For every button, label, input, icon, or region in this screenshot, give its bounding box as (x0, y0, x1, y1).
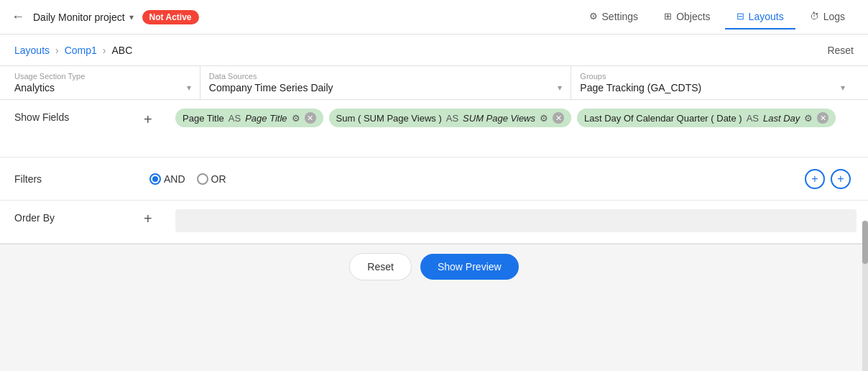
order-by-content (170, 201, 868, 241)
scrollbar[interactable] (862, 221, 868, 371)
field-tag-close-3[interactable]: ✕ (817, 112, 828, 124)
show-fields-add-button[interactable]: + (144, 100, 170, 128)
filters-content: AND OR + + (144, 160, 868, 198)
field-tag-last-day: Last Day Of Calendar Quarter ( Date ) AS… (577, 109, 836, 127)
data-sources-label: Data Sources (209, 72, 563, 81)
filter-add-button-2[interactable]: + (831, 169, 851, 189)
groups-dropdown[interactable]: Groups Page Tracking (GA_CDTS) ▾ (571, 66, 854, 99)
top-nav: ← Daily Monitor project ▾ Not Active ⚙ S… (0, 0, 868, 35)
usage-section-value: Analytics (14, 82, 55, 93)
tab-objects[interactable]: ⊞ Objects (652, 5, 721, 29)
field-tag-alias-1: Page Title (245, 113, 287, 124)
field-tag-sum-page-views: Sum ( SUM Page Views ) AS SUM Page Views… (329, 109, 571, 127)
or-radio-group[interactable]: OR (197, 173, 226, 185)
project-selector[interactable]: Daily Monitor project ▾ (33, 12, 134, 23)
order-by-line (175, 209, 857, 232)
usage-section-type-dropdown[interactable]: Usage Section Type Analytics ▾ (14, 66, 200, 99)
show-fields-label: Show Fields (0, 100, 144, 134)
field-tag-gear-1[interactable]: ⚙ (292, 113, 300, 124)
tab-layouts[interactable]: ⊟ Layouts (725, 5, 795, 29)
field-tag-name-1: Page Title (183, 113, 224, 124)
data-sources-arrow: ▾ (558, 83, 562, 93)
groups-value: Page Tracking (GA_CDTS) (580, 82, 701, 93)
field-tag-name-2: Sum ( SUM Page Views ) (336, 113, 442, 124)
usage-section-arrow: ▾ (187, 83, 191, 93)
project-name: Daily Monitor project (33, 12, 125, 23)
show-preview-button[interactable]: Show Preview (420, 254, 519, 280)
show-fields-section: Show Fields + Page Title AS Page Title ⚙… (0, 100, 868, 157)
and-radio-group[interactable]: AND (149, 173, 185, 185)
field-tag-alias-2: SUM Page Views (463, 113, 535, 124)
breadcrumb-abc: ABC (112, 45, 133, 56)
or-radio-label: OR (211, 173, 226, 185)
settings-icon: ⚙ (589, 11, 598, 22)
field-tag-name-3: Last Day Of Calendar Quarter ( Date ) (584, 113, 742, 124)
tab-settings[interactable]: ⚙ Settings (578, 5, 650, 29)
filter-add-button-1[interactable]: + (805, 169, 825, 189)
project-chevron: ▾ (129, 12, 134, 22)
reset-button-top[interactable]: Reset (827, 45, 854, 56)
breadcrumb-comp1[interactable]: Comp1 (65, 45, 97, 56)
order-by-add-button[interactable]: + (144, 201, 170, 227)
order-by-section: Order By + (0, 201, 868, 244)
field-tag-gear-3[interactable]: ⚙ (804, 113, 813, 124)
logs-icon: ⏱ (810, 11, 819, 22)
field-tag-as-2: AS (446, 113, 458, 124)
and-radio-label: AND (164, 173, 185, 185)
status-badge[interactable]: Not Active (142, 10, 199, 24)
breadcrumb-layouts[interactable]: Layouts (14, 45, 50, 56)
data-sources-value: Company Time Series Daily (209, 82, 333, 93)
data-sources-dropdown[interactable]: Data Sources Company Time Series Daily ▾ (200, 66, 572, 99)
breadcrumb-sep-2: › (103, 45, 106, 56)
usage-section-label: Usage Section Type (14, 72, 191, 81)
order-by-label: Order By (0, 201, 144, 235)
field-tag-page-title: Page Title AS Page Title ⚙ ✕ (175, 109, 323, 127)
field-tag-alias-3: Last Day (763, 113, 800, 124)
breadcrumb-sep-1: › (55, 45, 59, 56)
or-radio-button[interactable] (197, 173, 208, 185)
groups-arrow: ▾ (841, 83, 845, 93)
filters-label: Filters (0, 162, 144, 196)
groups-label: Groups (580, 72, 845, 81)
filters-section: Filters AND OR + + (0, 157, 868, 201)
reset-button-bottom[interactable]: Reset (349, 253, 412, 280)
show-fields-content: Page Title AS Page Title ⚙ ✕ Sum ( SUM P… (170, 100, 868, 136)
objects-icon: ⊞ (664, 11, 672, 22)
field-tag-gear-2[interactable]: ⚙ (540, 113, 548, 124)
layouts-icon: ⊟ (737, 11, 744, 22)
content-wrapper: Show Fields + Page Title AS Page Title ⚙… (0, 100, 868, 244)
field-tag-as-1: AS (228, 113, 241, 124)
field-tag-close-1[interactable]: ✕ (305, 112, 316, 124)
tab-logs[interactable]: ⏱ Logs (798, 5, 857, 29)
field-tag-close-2[interactable]: ✕ (553, 112, 564, 124)
breadcrumb-bar: Layouts › Comp1 › ABC Reset (0, 35, 868, 66)
bottom-bar: Reset Show Preview (0, 244, 868, 289)
filter-add-buttons: + + (805, 169, 862, 189)
section-type-row: Usage Section Type Analytics ▾ Data Sour… (0, 66, 868, 100)
nav-tabs: ⚙ Settings ⊞ Objects ⊟ Layouts ⏱ Logs (578, 5, 857, 29)
field-tag-as-3: AS (747, 113, 759, 124)
back-button[interactable]: ← (11, 9, 24, 24)
scrollbar-thumb[interactable] (862, 221, 868, 264)
and-radio-button[interactable] (149, 173, 161, 185)
